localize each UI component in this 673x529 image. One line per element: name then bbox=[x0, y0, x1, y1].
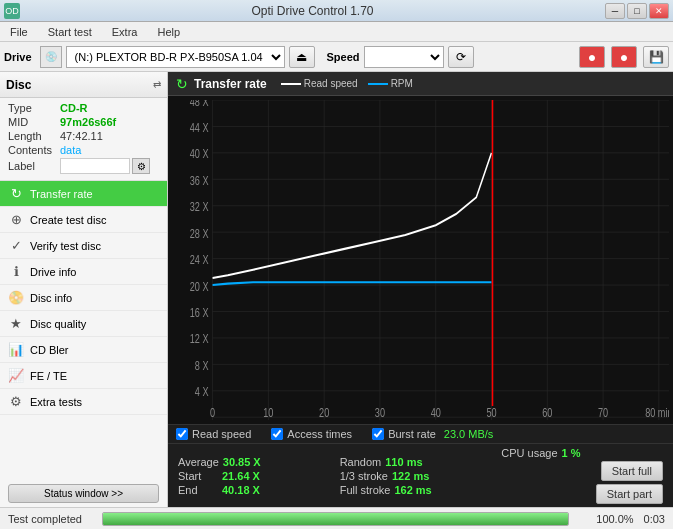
main-area: Disc ⇄ Type CD-R MID 97m26s66f Length 47… bbox=[0, 72, 673, 507]
start-part-button[interactable]: Start part bbox=[596, 484, 663, 504]
disc-collapse-button[interactable]: ⇄ bbox=[153, 79, 161, 90]
nav-create-test-disc[interactable]: ⊕ Create test disc bbox=[0, 207, 167, 233]
chart-svg: 48 X 44 X 40 X 36 X 32 X 28 X 24 X 20 X … bbox=[172, 100, 669, 420]
svg-text:50: 50 bbox=[486, 406, 496, 420]
drive-toolbar: Drive 💿 (N:) PLEXTOR BD-R PX-B950SA 1.04… bbox=[0, 42, 673, 72]
drive-label: Drive bbox=[4, 51, 32, 63]
disc-quality-icon: ★ bbox=[8, 316, 24, 331]
statusbar: Test completed 100.0% 0:03 bbox=[0, 507, 673, 529]
svg-text:20: 20 bbox=[319, 406, 329, 420]
chart-header-icon: ↻ bbox=[176, 76, 188, 92]
svg-text:32 X: 32 X bbox=[190, 200, 209, 214]
menubar: File Start test Extra Help bbox=[0, 22, 673, 42]
average-value: 30.85 X bbox=[223, 456, 261, 468]
burst-rate-checkbox-item[interactable]: Burst rate 23.0 MB/s bbox=[372, 428, 493, 440]
content-area: ↻ Transfer rate Read speed RPM bbox=[168, 72, 673, 507]
nav-disc-info[interactable]: 📀 Disc info bbox=[0, 285, 167, 311]
svg-text:8 X: 8 X bbox=[195, 358, 209, 372]
read-speed-checkbox-item[interactable]: Read speed bbox=[176, 428, 251, 440]
svg-text:16 X: 16 X bbox=[190, 306, 209, 320]
disc-info: Type CD-R MID 97m26s66f Length 47:42.11 … bbox=[0, 98, 167, 181]
titlebar: OD Opti Drive Control 1.70 ─ □ ✕ bbox=[0, 0, 673, 22]
save-button[interactable]: 💾 bbox=[643, 46, 669, 68]
label-input[interactable] bbox=[60, 158, 130, 174]
nav-verify-test-disc-label: Verify test disc bbox=[30, 240, 101, 252]
drive-select[interactable]: (N:) PLEXTOR BD-R PX-B950SA 1.04 bbox=[66, 46, 285, 68]
burst-rate-checkbox-label: Burst rate bbox=[388, 428, 436, 440]
speed-select[interactable] bbox=[364, 46, 444, 68]
access-times-checkbox-label: Access times bbox=[287, 428, 352, 440]
svg-text:80 min: 80 min bbox=[645, 406, 669, 420]
chart-title: Transfer rate bbox=[194, 77, 267, 91]
svg-text:40: 40 bbox=[431, 406, 441, 420]
end-stat: End 40.18 X bbox=[178, 484, 340, 496]
window-controls: ─ □ ✕ bbox=[605, 3, 669, 19]
color-button-1[interactable]: ● bbox=[579, 46, 605, 68]
status-window-button[interactable]: Status window >> bbox=[8, 484, 159, 503]
progress-bar-fill bbox=[103, 513, 568, 525]
speed-stats: Average 30.85 X Start 21.64 X End 40.18 … bbox=[178, 456, 340, 496]
svg-text:24 X: 24 X bbox=[190, 253, 209, 267]
end-value: 40.18 X bbox=[222, 484, 260, 496]
label-key: Label bbox=[8, 160, 60, 172]
label-settings-button[interactable]: ⚙ bbox=[132, 158, 150, 174]
chart-area: 48 X 44 X 40 X 36 X 32 X 28 X 24 X 20 X … bbox=[168, 96, 673, 424]
stats-row: Average 30.85 X Start 21.64 X End 40.18 … bbox=[168, 444, 673, 507]
start-full-button[interactable]: Start full bbox=[601, 461, 663, 481]
svg-text:10: 10 bbox=[263, 406, 273, 420]
access-times-checkbox-item[interactable]: Access times bbox=[271, 428, 352, 440]
cpu-stat: CPU usage 1 % bbox=[501, 447, 663, 459]
status-text: Test completed bbox=[8, 513, 82, 525]
legend-read-speed-color bbox=[281, 83, 301, 85]
access-times-checkbox[interactable] bbox=[271, 428, 283, 440]
nav-verify-test-disc[interactable]: ✓ Verify test disc bbox=[0, 233, 167, 259]
stroke13-stat: 1/3 stroke 122 ms bbox=[340, 470, 502, 482]
close-button[interactable]: ✕ bbox=[649, 3, 669, 19]
eject-button[interactable]: ⏏ bbox=[289, 46, 315, 68]
menu-file[interactable]: File bbox=[4, 24, 34, 40]
cd-bler-icon: 📊 bbox=[8, 342, 24, 357]
menu-extra[interactable]: Extra bbox=[106, 24, 144, 40]
random-stat: Random 110 ms bbox=[340, 456, 502, 468]
app-title: Opti Drive Control 1.70 bbox=[20, 4, 605, 18]
refresh-button[interactable]: ⟳ bbox=[448, 46, 474, 68]
chart-header: ↻ Transfer rate Read speed RPM bbox=[168, 72, 673, 96]
contents-label: Contents bbox=[8, 144, 60, 156]
end-label: End bbox=[178, 484, 218, 496]
length-label: Length bbox=[8, 130, 60, 142]
svg-text:48 X: 48 X bbox=[190, 100, 209, 108]
minimize-button[interactable]: ─ bbox=[605, 3, 625, 19]
read-speed-checkbox[interactable] bbox=[176, 428, 188, 440]
nav-extra-tests[interactable]: ⚙ Extra tests bbox=[0, 389, 167, 415]
chart-bottom: Read speed Access times Burst rate 23.0 … bbox=[168, 424, 673, 507]
maximize-button[interactable]: □ bbox=[627, 3, 647, 19]
nav-disc-info-label: Disc info bbox=[30, 292, 72, 304]
nav-fe-te[interactable]: 📈 FE / TE bbox=[0, 363, 167, 389]
nav-cd-bler[interactable]: 📊 CD Bler bbox=[0, 337, 167, 363]
nav-drive-info[interactable]: ℹ Drive info bbox=[0, 259, 167, 285]
create-test-disc-icon: ⊕ bbox=[8, 212, 24, 227]
svg-rect-0 bbox=[172, 100, 669, 420]
nav-cd-bler-label: CD Bler bbox=[30, 344, 69, 356]
menu-start-test[interactable]: Start test bbox=[42, 24, 98, 40]
legend-read-speed-label: Read speed bbox=[304, 78, 358, 89]
stroke13-value: 122 ms bbox=[392, 470, 429, 482]
average-label: Average bbox=[178, 456, 219, 468]
elapsed-time: 0:03 bbox=[644, 513, 665, 525]
nav-disc-quality[interactable]: ★ Disc quality bbox=[0, 311, 167, 337]
menu-help[interactable]: Help bbox=[151, 24, 186, 40]
speed-label: Speed bbox=[327, 51, 360, 63]
nav-transfer-rate[interactable]: ↻ Transfer rate bbox=[0, 181, 167, 207]
burst-rate-checkbox[interactable] bbox=[372, 428, 384, 440]
color-button-2[interactable]: ● bbox=[611, 46, 637, 68]
disc-header: Disc ⇄ bbox=[0, 72, 167, 98]
svg-text:70: 70 bbox=[598, 406, 608, 420]
svg-text:40 X: 40 X bbox=[190, 147, 209, 161]
svg-text:36 X: 36 X bbox=[190, 173, 209, 187]
checkboxes-row: Read speed Access times Burst rate 23.0 … bbox=[168, 425, 673, 444]
cpu-stats: CPU usage 1 % Start full Start part bbox=[501, 447, 663, 504]
svg-text:12 X: 12 X bbox=[190, 332, 209, 346]
svg-text:20 X: 20 X bbox=[190, 279, 209, 293]
disc-info-icon: 📀 bbox=[8, 290, 24, 305]
mid-label: MID bbox=[8, 116, 60, 128]
